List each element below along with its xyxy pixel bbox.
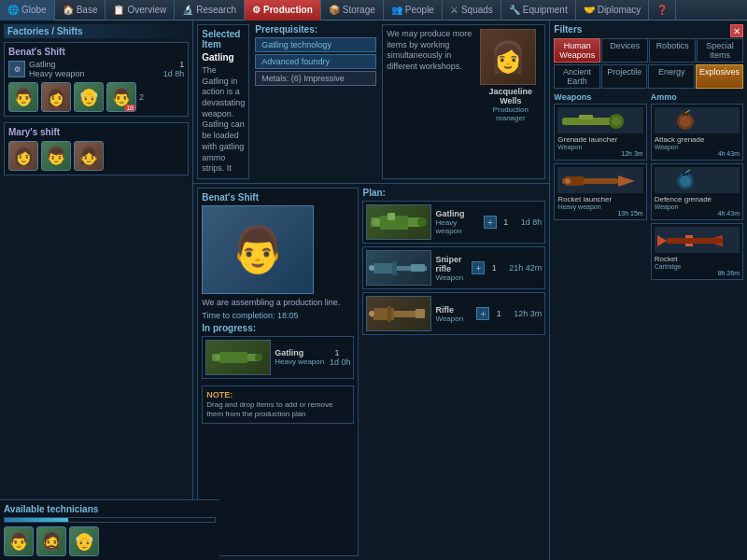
available-technicians-section: Available technicians 👨 🧔 👴 <box>0 499 219 560</box>
plan-item-gatling[interactable]: Gatling Heavy weapon + 1 1d 8h <box>362 201 545 244</box>
ammo-defence-grenade[interactable]: Defence grenade Weapon 4h 43m <box>651 163 743 220</box>
svg-rect-11 <box>411 264 425 272</box>
prerequisites-box: Prerequisites: Gatling technology Advanc… <box>255 24 376 179</box>
sniper-plus-button[interactable]: + <box>472 261 485 274</box>
selected-item-header: Selected Item <box>202 29 245 49</box>
grenade-launcher-time: 12h 3m <box>557 150 642 157</box>
ammo-rocket[interactable]: Rocket Cartridge 8h 26m <box>651 223 743 280</box>
tab-help[interactable]: ❓ <box>649 0 676 21</box>
squads-icon: ⚔ <box>450 5 458 15</box>
filter-human-weapons[interactable]: Human Weapons <box>554 38 600 63</box>
defence-grenade-name: Defence grenade <box>655 195 740 203</box>
tab-people[interactable]: 👥 People <box>384 0 443 21</box>
benat-item-count: 1 <box>163 60 185 69</box>
avail-avatar-1[interactable]: 👨 <box>4 526 34 556</box>
weapon-grenade-launcher[interactable]: Grenade launcher Weapon 12h 3m <box>554 104 646 161</box>
filters-title: Filters <box>554 24 743 35</box>
tab-base[interactable]: 🏠 Base <box>55 0 106 21</box>
filter-projectile[interactable]: Projectile <box>601 64 648 89</box>
svg-point-2 <box>255 354 262 361</box>
close-selected-button[interactable]: ✕ <box>730 24 743 37</box>
defence-grenade-icon <box>655 167 740 193</box>
filter-explosives[interactable]: Explosives <box>696 64 743 89</box>
filter-devices[interactable]: Devices <box>601 38 648 63</box>
avail-avatar-2[interactable]: 🧔 <box>36 526 66 556</box>
mary-shift-box[interactable]: Mary's shift 👩 👦 👧 <box>4 122 189 175</box>
equipment-icon: 🔧 <box>509 5 520 15</box>
plan-item-rifle[interactable]: Rifle Weapon + 1 12h 3m <box>362 292 545 335</box>
tab-storage[interactable]: 📦 Storage <box>321 0 384 21</box>
svg-rect-10 <box>374 263 392 273</box>
tab-squads[interactable]: ⚔ Squads <box>443 0 501 21</box>
svg-marker-24 <box>618 175 635 187</box>
defence-grenade-time: 4h 43m <box>655 210 740 217</box>
filter-energy[interactable]: Energy <box>648 64 695 89</box>
plan-rifle-info: Rifle Weapon <box>435 305 472 323</box>
benat-shift-item: ⚙ Gatling Heavy weapon 1 1d 8h <box>8 60 184 78</box>
rocket-icon <box>655 227 740 253</box>
svg-point-26 <box>565 178 571 184</box>
note-section: NOTE: Drag and drop items to add or remo… <box>202 385 354 425</box>
avatar-3[interactable]: 👴 <box>74 82 104 112</box>
plan-gatling-type: Heavy weapon <box>435 218 479 235</box>
svg-rect-1 <box>219 352 247 363</box>
manager-portrait: 👩 Jacqueline Wells Production manager <box>480 29 541 175</box>
svg-point-6 <box>417 217 427 227</box>
benat-detail-box: Benat's Shift 👨 We are assembling a prod… <box>197 188 359 556</box>
available-avatars: 👨 🧔 👴 <box>4 526 216 556</box>
tab-globe[interactable]: 🌐 Globe <box>0 0 55 21</box>
tab-equipment[interactable]: 🔧 Equipment <box>501 0 576 21</box>
inprogress-item[interactable]: Gatling Heavy weapon 1 1d 0h <box>202 336 354 379</box>
weapons-ammo-grid: Weapons Grenade launcher Weapon 12h 3m <box>554 92 743 283</box>
rocket-launcher-name: Rocket launcher <box>557 195 642 203</box>
factories-shifts-title: Factories / Shifts <box>4 24 189 38</box>
mary-avatar-3[interactable]: 👧 <box>74 141 104 171</box>
gatling-item-icon: ⚙ <box>8 61 25 77</box>
sniper-time: 21h 42m <box>509 263 542 273</box>
prereq-foundry: Advanced foundry <box>255 54 376 69</box>
svg-point-21 <box>612 117 621 126</box>
rifle-plus-button[interactable]: + <box>476 307 489 320</box>
weapon-rocket-launcher[interactable]: Rocket launcher Heavy weapon 13h 15m <box>554 163 646 220</box>
svg-point-29 <box>680 116 691 127</box>
inprogress-title: In progress: <box>202 323 354 333</box>
gatling-plus-button[interactable]: + <box>484 216 497 229</box>
tab-research[interactable]: 🔬 Research <box>175 0 245 21</box>
ammo-attack-grenade[interactable]: Attack grenade Weapon 4h 43m <box>651 104 743 161</box>
attack-grenade-time: 4h 43m <box>655 150 740 157</box>
svg-point-3 <box>215 355 220 360</box>
plan-sniper-info: Sniper rifle Weapon <box>435 255 468 282</box>
benat-shift-box[interactable]: Benat's Shift ⚙ Gatling Heavy weapon 1 1… <box>4 42 189 117</box>
inprogress-count-time: 1 1d 0h <box>330 348 351 367</box>
plan-item-sniper[interactable]: Sniper rifle Weapon + 1 21h 42m <box>362 246 545 289</box>
technicians-progress-fill <box>5 518 68 522</box>
mary-avatar-1[interactable]: 👩 <box>8 141 38 171</box>
plan-rifle-icon <box>366 296 431 331</box>
filter-robotics[interactable]: Robotics <box>649 38 696 63</box>
svg-rect-8 <box>388 213 395 220</box>
base-icon: 🏠 <box>63 5 74 15</box>
plan-sniper-type: Weapon <box>435 273 468 282</box>
tab-production[interactable]: ⚙ Production <box>245 0 321 21</box>
plan-sniper-controls: + 1 <box>472 261 501 274</box>
avatar-4[interactable]: 👨 18 <box>106 82 136 112</box>
right-panel-filters: Filters Human Weapons Devices Robotics S… <box>549 21 747 560</box>
tab-overview[interactable]: 📋 Overview <box>106 0 175 21</box>
tab-diplomacy[interactable]: 🤝 Diplomacy <box>576 0 650 21</box>
filter-ancient-earth[interactable]: Ancient Earth <box>554 64 600 89</box>
mary-avatar-2[interactable]: 👦 <box>41 141 71 171</box>
avatar-2[interactable]: 👩 <box>41 82 71 112</box>
filter-special-items[interactable]: Special Items <box>697 38 743 63</box>
manager-box: We may produce more items by working sim… <box>382 24 545 179</box>
svg-rect-36 <box>667 238 723 244</box>
globe-icon: 🌐 <box>7 5 19 15</box>
inprogress-item-icon <box>205 340 271 375</box>
prereq-metals: Metals: (6) Impressive <box>255 71 376 86</box>
selected-item-panel: Selected Item Gatling The Gatling in act… <box>193 21 549 184</box>
avail-avatar-3[interactable]: 👴 <box>69 526 99 556</box>
avatar-1[interactable]: 👨 <box>8 82 38 112</box>
benat-completion-time: Time to completion: 18:05 <box>202 311 354 320</box>
svg-rect-16 <box>416 309 425 318</box>
svg-point-18 <box>369 311 374 316</box>
plan-rifle-controls: + 1 <box>476 307 506 320</box>
